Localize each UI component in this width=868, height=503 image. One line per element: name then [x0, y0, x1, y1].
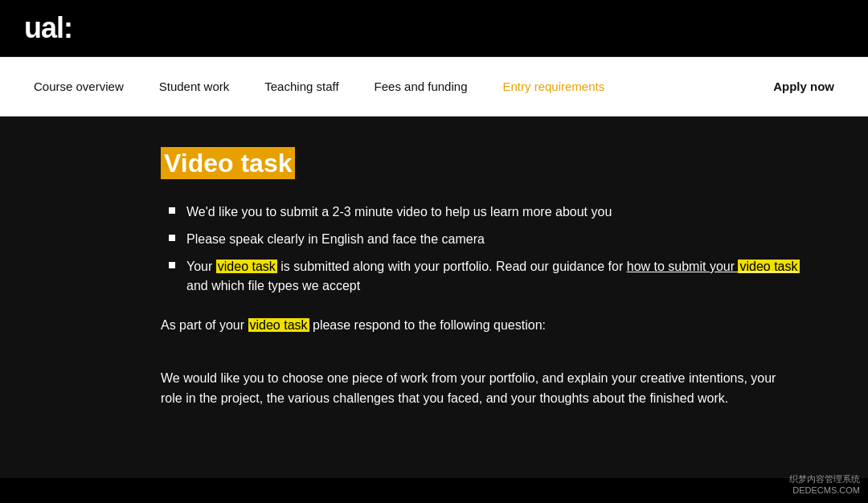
nav-bar: Course overview Student work Teaching st… [0, 57, 868, 117]
bullet-text-3: Your video task is submitted along with … [186, 257, 820, 296]
bullet-list: We'd like you to submit a 2-3 minute vid… [161, 202, 820, 296]
as-part-paragraph: As part of your video task please respon… [161, 315, 820, 336]
highlight-video-task-3: video task [248, 318, 309, 332]
nav-item-apply-now[interactable]: Apply now [755, 57, 852, 116]
nav-item-course-overview[interactable]: Course overview [16, 57, 141, 116]
logo: ual: [24, 11, 72, 45]
highlight-video-task-2: video task [738, 260, 799, 273]
highlight-video-task-1: video task [216, 260, 277, 273]
nav-item-student-work[interactable]: Student work [141, 57, 248, 116]
bullet-square-2 [169, 235, 175, 241]
bullet-item-3: Your video task is submitted along with … [169, 257, 820, 296]
bullet-square-1 [169, 207, 175, 214]
section-title: Video task [161, 149, 295, 178]
link-how-to-submit[interactable]: how to submit your video task [627, 260, 800, 273]
main-content: Video task We'd like you to submit a 2-3… [0, 117, 868, 478]
bullet-item-1: We'd like you to submit a 2-3 minute vid… [169, 202, 820, 222]
bullet-item-2: Please speak clearly in English and face… [169, 230, 820, 249]
section-title-text: Video task [161, 147, 295, 179]
bullet-square-3 [169, 262, 175, 268]
nav-item-fees-and-funding[interactable]: Fees and funding [357, 57, 485, 116]
nav-item-entry-requirements[interactable]: Entry requirements [485, 57, 622, 116]
bullet-text-2: Please speak clearly in English and face… [186, 230, 485, 249]
bullet-text-1: We'd like you to submit a 2-3 minute vid… [186, 202, 612, 222]
nav-item-teaching-staff[interactable]: Teaching staff [247, 57, 356, 116]
body-paragraph: We would like you to choose one piece of… [161, 368, 788, 409]
header-bar: ual: [0, 0, 868, 57]
